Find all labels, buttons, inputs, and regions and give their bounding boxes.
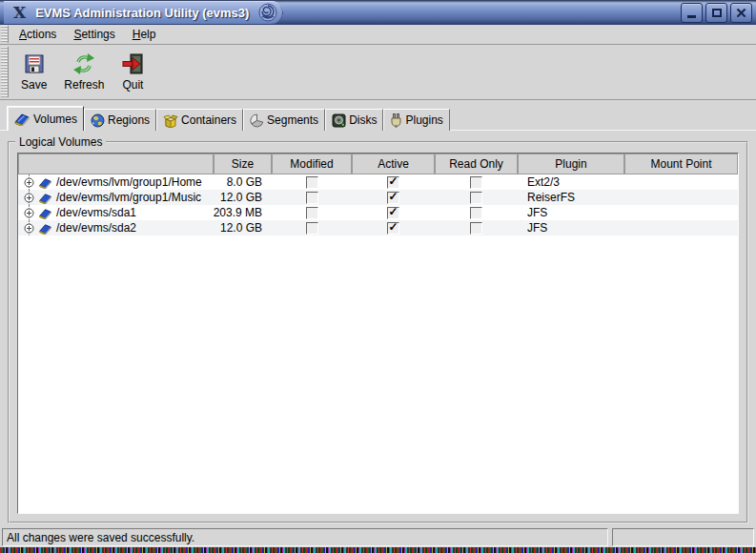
volume-book-icon bbox=[38, 192, 52, 204]
refresh-icon bbox=[72, 52, 96, 75]
volume-mountpoint bbox=[624, 190, 738, 205]
titlebar-capsule: X EVMS Administration Utility (evms3) bbox=[4, 1, 283, 24]
maximize-icon bbox=[712, 9, 722, 17]
notebook-tabbar: Volumes Regions Containers bbox=[0, 106, 756, 131]
expander-icon[interactable] bbox=[24, 193, 34, 203]
menu-help-label: Help bbox=[133, 28, 156, 41]
logical-volumes-frame: Logical Volumes Size Modified Active Rea… bbox=[8, 141, 748, 523]
tab-volumes[interactable]: Volumes bbox=[7, 106, 84, 131]
volume-plugin: ReiserFS bbox=[518, 190, 624, 205]
volume-plugin: JFS bbox=[518, 205, 624, 220]
box-icon bbox=[163, 113, 178, 128]
quit-button[interactable]: Quit bbox=[112, 45, 153, 99]
save-label: Save bbox=[21, 78, 47, 92]
modified-checkbox[interactable] bbox=[306, 176, 318, 189]
col-header-plugin[interactable]: Plugin bbox=[518, 154, 624, 174]
tab-plugins[interactable]: Plugins bbox=[383, 109, 449, 131]
modified-checkbox[interactable] bbox=[306, 222, 318, 235]
maximize-button[interactable] bbox=[705, 3, 727, 23]
table-row[interactable]: /dev/evms/lvm/group1/Home 8.0 GB Ext2/3 bbox=[18, 174, 738, 190]
menubar-gripper[interactable] bbox=[1, 26, 9, 43]
table-row[interactable]: /dev/evms/sda1 203.9 MB JFS bbox=[18, 205, 738, 220]
toolbar-gripper[interactable] bbox=[1, 47, 9, 97]
volume-mountpoint bbox=[624, 205, 738, 220]
tab-disks-label: Disks bbox=[349, 113, 377, 127]
disk-icon bbox=[332, 113, 346, 128]
book-icon bbox=[13, 112, 31, 126]
toolbar: Save Refresh Quit bbox=[0, 45, 756, 100]
notebook-page-volumes: Logical Volumes Size Modified Active Rea… bbox=[0, 131, 756, 527]
modified-checkbox[interactable] bbox=[306, 192, 318, 204]
window-title: EVMS Administration Utility (evms3) bbox=[35, 6, 249, 20]
active-checkbox[interactable] bbox=[387, 176, 399, 189]
col-header-mountpoint[interactable]: Mount Point bbox=[624, 154, 738, 174]
menu-actions[interactable]: Actions bbox=[10, 26, 65, 43]
volume-name: /dev/evms/sda1 bbox=[56, 206, 136, 219]
tab-volumes-label: Volumes bbox=[33, 113, 77, 126]
tab-segments-label: Segments bbox=[267, 113, 318, 127]
volumes-table: Size Modified Active Read Only Plugin Mo… bbox=[17, 153, 739, 514]
col-header-size[interactable]: Size bbox=[214, 154, 272, 174]
col-header-readonly[interactable]: Read Only bbox=[435, 154, 518, 174]
close-icon: ✕ bbox=[735, 6, 747, 20]
col-header-modified[interactable]: Modified bbox=[272, 154, 352, 174]
menubar: Actions Settings Help bbox=[0, 25, 756, 45]
volume-mountpoint bbox=[624, 220, 738, 236]
tab-containers-label: Containers bbox=[181, 113, 236, 127]
minimize-button[interactable] bbox=[681, 3, 703, 23]
table-row[interactable]: /dev/evms/sda2 12.0 GB JFS bbox=[18, 220, 738, 236]
volume-size: 12.0 GB bbox=[214, 220, 272, 236]
volume-book-icon bbox=[38, 222, 52, 235]
volume-plugin: Ext2/3 bbox=[518, 174, 624, 190]
modified-checkbox[interactable] bbox=[306, 207, 318, 219]
statusbar: All changes were saved successfully. bbox=[0, 527, 756, 547]
globe-icon bbox=[91, 113, 105, 128]
pie-icon bbox=[250, 113, 264, 128]
table-row[interactable]: /dev/evms/lvm/group1/Music 12.0 GB Reise… bbox=[18, 190, 738, 205]
volume-name: /dev/evms/lvm/group1/Home bbox=[56, 175, 202, 189]
tab-segments[interactable]: Segments bbox=[243, 109, 325, 131]
evms-window: X EVMS Administration Utility (evms3) ✕ … bbox=[0, 0, 756, 553]
menu-help[interactable]: Help bbox=[124, 26, 165, 43]
close-button[interactable]: ✕ bbox=[730, 3, 752, 23]
tab-regions[interactable]: Regions bbox=[84, 109, 156, 131]
floppy-icon bbox=[23, 52, 46, 75]
active-checkbox[interactable] bbox=[387, 207, 399, 219]
readonly-checkbox[interactable] bbox=[470, 176, 482, 189]
readonly-checkbox[interactable] bbox=[470, 222, 482, 235]
tab-containers[interactable]: Containers bbox=[156, 109, 243, 131]
titlebar[interactable]: X EVMS Administration Utility (evms3) ✕ bbox=[0, 0, 756, 25]
tab-regions-label: Regions bbox=[108, 113, 150, 127]
volume-name: /dev/evms/sda2 bbox=[56, 221, 136, 235]
readonly-checkbox[interactable] bbox=[470, 192, 482, 204]
col-header-name[interactable] bbox=[18, 154, 214, 174]
expander-icon[interactable] bbox=[24, 223, 34, 234]
volume-book-icon bbox=[38, 207, 52, 219]
save-button[interactable]: Save bbox=[12, 45, 55, 99]
volume-name: /dev/evms/lvm/group1/Music bbox=[56, 191, 201, 204]
menu-settings[interactable]: Settings bbox=[65, 26, 123, 43]
volume-size: 12.0 GB bbox=[214, 190, 272, 205]
tab-disks[interactable]: Disks bbox=[325, 109, 383, 131]
expander-icon[interactable] bbox=[24, 208, 34, 218]
refresh-label: Refresh bbox=[64, 78, 104, 92]
menu-settings-label: Settings bbox=[73, 28, 114, 41]
quit-icon bbox=[121, 52, 144, 75]
volume-size: 203.9 MB bbox=[214, 205, 272, 220]
expander-icon[interactable] bbox=[24, 177, 34, 188]
volume-book-icon bbox=[38, 176, 52, 189]
x-window-icon: X bbox=[13, 3, 26, 22]
active-checkbox[interactable] bbox=[387, 222, 399, 235]
status-message: All changes were saved successfully. bbox=[2, 528, 608, 546]
status-secondary-panel bbox=[612, 528, 754, 546]
col-header-active[interactable]: Active bbox=[352, 154, 435, 174]
active-checkbox[interactable] bbox=[387, 192, 399, 204]
readonly-checkbox[interactable] bbox=[470, 207, 482, 219]
refresh-button[interactable]: Refresh bbox=[55, 45, 112, 99]
quit-label: Quit bbox=[122, 78, 143, 92]
screen-capture-noise-strip bbox=[0, 547, 756, 553]
minimize-icon bbox=[687, 15, 696, 18]
table-header: Size Modified Active Read Only Plugin Mo… bbox=[18, 154, 738, 174]
menu-actions-label: Actions bbox=[19, 28, 56, 41]
plug-icon bbox=[390, 113, 402, 128]
